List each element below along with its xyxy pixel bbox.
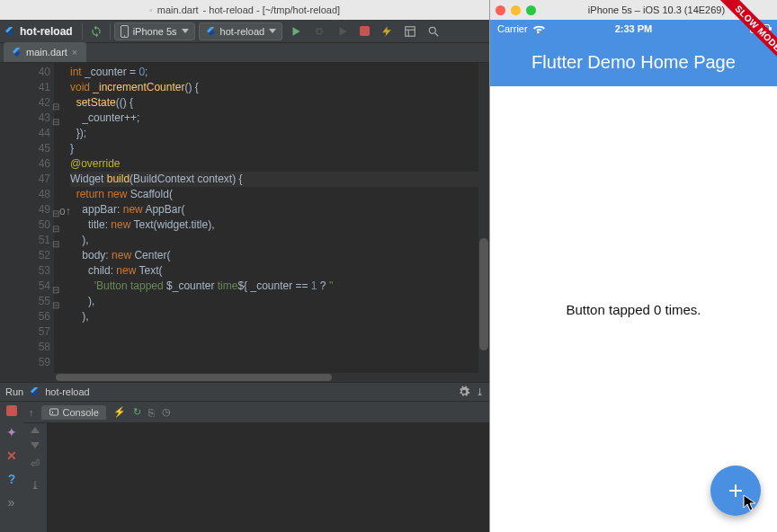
ide-window: ◦ main.dart - hot-reload - [~/tmp/hot-re… (0, 0, 489, 532)
run-config-name: hot-reload (220, 26, 265, 37)
debug-button[interactable] (309, 22, 329, 40)
app-body: Button tapped 0 times. (490, 86, 777, 532)
horizontal-scrollbar[interactable] (54, 373, 478, 382)
stop-button[interactable] (356, 22, 373, 40)
bug-icon[interactable]: ✦ (6, 425, 17, 439)
code-content[interactable]: int _counter = 0;void _incrementCounter(… (54, 63, 489, 382)
run-config-selector[interactable]: hot-reload (199, 22, 283, 40)
device-name: iPhone 5s (133, 26, 177, 37)
console-label: Console (63, 407, 99, 418)
vertical-scrollbar[interactable] (478, 63, 489, 382)
run-button[interactable] (286, 22, 306, 40)
code-editor[interactable]: 404142⊟43⊟444546474849⊟o↑50⊟51⊟525354⊟55… (0, 63, 489, 382)
ios-statusbar: Carrier 2:33 PM (490, 20, 777, 38)
scroll-end-icon[interactable]: ⤓ (31, 479, 40, 492)
hide-panel-icon[interactable]: ⤓ (476, 386, 484, 398)
close-icon[interactable]: × (72, 49, 79, 56)
console-output[interactable]: ⏎ ⤓ (23, 423, 489, 532)
run-panel: ✦ ✕ ? » ↑ Console ⚡ ↻ ⎘ ◷ ⏎ (0, 402, 489, 532)
unsaved-indicator: ◦ (149, 4, 153, 15)
svg-point-3 (123, 35, 125, 37)
timeline-icon[interactable]: ◷ (162, 406, 171, 418)
console-icon (49, 407, 59, 418)
open-devtools-icon[interactable]: ⎘ (148, 407, 155, 418)
bolt-icon[interactable]: ⚡ (113, 406, 126, 418)
ide-toolbar: hot-reload iPhone 5s hot-reload (0, 20, 489, 43)
device-selector[interactable]: iPhone 5s (114, 22, 195, 40)
separator (82, 23, 83, 40)
line-gutter: 404142⊟43⊟444546474849⊟o↑50⊟51⊟525354⊟55… (0, 63, 54, 382)
minimize-window-button[interactable] (511, 5, 521, 15)
editor-tabstrip: main.dart × (0, 43, 489, 63)
clock: 2:33 PM (490, 23, 777, 34)
svg-marker-9 (382, 26, 390, 37)
chevron-down-icon (269, 29, 276, 33)
traffic-lights[interactable] (496, 5, 536, 15)
restart-icon[interactable]: ↻ (133, 406, 141, 418)
layout-inspector-button[interactable] (400, 22, 420, 40)
run-config-label: hot-reload (45, 386, 90, 397)
svg-point-7 (317, 29, 322, 34)
run-label: Run (5, 386, 23, 397)
mouse-cursor (743, 494, 757, 512)
search-button[interactable] (424, 22, 443, 40)
flutter-icon (205, 26, 216, 37)
flutter-icon (11, 47, 22, 58)
title-rest: - hot-reload - [~/tmp/hot-reload] (203, 4, 341, 15)
svg-marker-8 (340, 27, 347, 35)
zoom-window-button[interactable] (526, 5, 536, 15)
gear-icon[interactable] (458, 386, 470, 398)
help-icon[interactable]: ? (8, 472, 16, 486)
svg-rect-10 (406, 26, 415, 36)
flutter-icon (4, 26, 14, 37)
flutter-icon (29, 386, 40, 397)
body-text: Button tapped 0 times. (566, 302, 701, 317)
close-window-button[interactable] (496, 5, 505, 15)
simulator-window: iPhone 5s – iOS 10.3 (14E269) Carrier 2:… (489, 0, 777, 532)
arrow-up-icon[interactable] (31, 427, 40, 433)
more-icon[interactable]: » (8, 495, 16, 510)
run-toolbar: ↑ Console ⚡ ↻ ⎘ ◷ (23, 402, 489, 423)
stop-button[interactable] (6, 405, 17, 416)
wrap-icon[interactable]: ⏎ (31, 457, 40, 470)
separator (110, 23, 111, 40)
app-bar-title: Flutter Demo Home Page (531, 52, 736, 73)
app-bar: Flutter Demo Home Page SLOW MODE (490, 38, 777, 86)
attach-button[interactable] (333, 22, 353, 40)
chevron-down-icon (182, 29, 189, 33)
console-tab[interactable]: Console (41, 405, 106, 420)
title-file: main.dart (157, 4, 199, 15)
svg-marker-6 (293, 27, 300, 35)
svg-point-13 (429, 27, 435, 33)
run-left-toolbar: ✦ ✕ ? » (0, 402, 23, 532)
run-panel-header: Run hot-reload ⤓ (0, 382, 489, 402)
up-icon[interactable]: ↑ (29, 407, 34, 418)
close-icon[interactable]: ✕ (6, 448, 17, 463)
hot-reload-button[interactable] (86, 22, 106, 40)
svg-rect-19 (49, 409, 58, 415)
svg-line-14 (435, 32, 439, 36)
bolt-button[interactable] (377, 22, 397, 40)
console-nav: ⏎ ⤓ (23, 423, 47, 532)
file-tab[interactable]: main.dart × (4, 42, 86, 62)
arrow-down-icon[interactable] (31, 442, 40, 448)
project-name: hot-reload (18, 25, 78, 38)
file-tab-label: main.dart (26, 47, 67, 58)
ide-titlebar: ◦ main.dart - hot-reload - [~/tmp/hot-re… (0, 0, 489, 20)
